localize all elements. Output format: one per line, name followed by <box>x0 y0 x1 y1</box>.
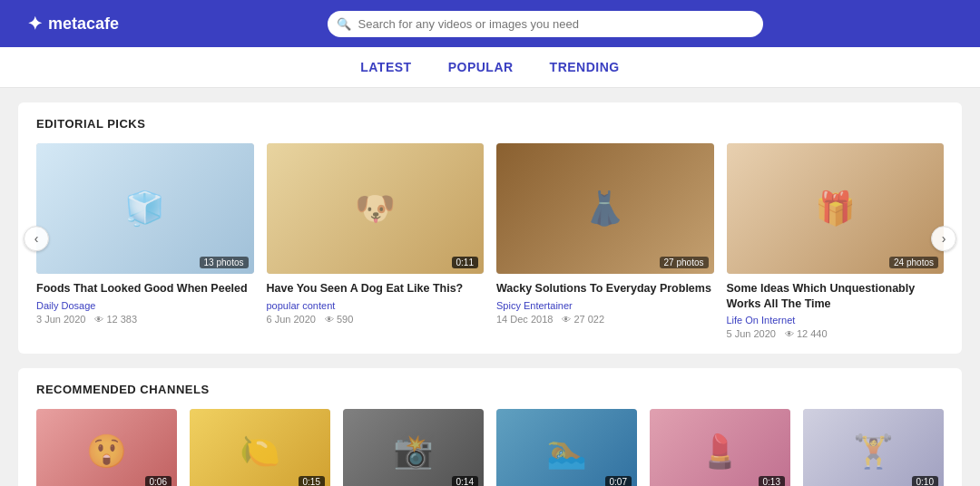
rec-emoji-2: 📸 <box>393 433 434 471</box>
eye-icon-0 <box>94 314 103 325</box>
rec-badge-0: 0:06 <box>145 476 172 486</box>
rec-badge-2: 0:14 <box>452 476 478 486</box>
eye-icon-3 <box>785 328 794 339</box>
editorial-badge-1: 0:11 <box>452 257 478 268</box>
editorial-card-channel-1[interactable]: popular content <box>267 300 485 311</box>
rec-card-1: 🍋 0:15 All You Need A Little Push conten… <box>190 409 330 486</box>
search-bar: 🔍 <box>328 11 763 37</box>
editorial-thumb-0[interactable]: 🧊 13 photos <box>36 143 254 274</box>
carousel-arrow-left[interactable]: ‹ <box>24 226 49 251</box>
carousel-arrow-right[interactable]: › <box>931 226 956 251</box>
editorial-badge-3: 24 photos <box>889 257 938 268</box>
logo[interactable]: ✦ metacafe <box>27 13 119 34</box>
editorial-card-1: 🐶 0:11 Have You Seen A Dog Eat Like This… <box>267 143 485 339</box>
rec-thumb-2[interactable]: 📸 0:14 <box>343 409 484 486</box>
editorial-badge-0: 13 photos <box>200 257 249 268</box>
editorial-card-views-3: 12 440 <box>785 328 828 339</box>
rec-badge-5: 0:10 <box>912 476 938 486</box>
nav-trending[interactable]: TRENDING <box>550 60 620 74</box>
rec-card-2: 📸 0:14 All The Selfies Are Not Gold! Dai… <box>343 409 484 486</box>
editorial-card-title-3: Some Ideas Which Unquestionably Works Al… <box>727 281 945 312</box>
editorial-card-channel-2[interactable]: Spicy Entertainer <box>496 300 714 311</box>
header: ✦ metacafe 🔍 <box>0 0 980 47</box>
editorial-carousel: ‹ 🧊 13 photos Foods That Looked Good Whe… <box>36 143 944 339</box>
editorial-card-views-0: 12 383 <box>94 314 137 325</box>
rec-thumb-4[interactable]: 💄 0:13 <box>650 409 790 486</box>
rec-emoji-1: 🍋 <box>240 433 280 471</box>
eye-icon-2 <box>562 314 571 325</box>
rec-card-4: 💄 0:13 When Pranking Your Girlfriend Goe… <box>650 409 790 486</box>
editorial-card-meta-3: 5 Jun 2020 12 440 <box>727 328 945 339</box>
recommended-cards-row: 😲 0:06 When You Try to Show Off Too Much… <box>36 409 944 486</box>
rec-emoji-4: 💄 <box>700 433 740 471</box>
editorial-cards-row: 🧊 13 photos Foods That Looked Good When … <box>36 143 944 339</box>
rec-thumb-5[interactable]: 🏋️ 0:10 <box>803 409 944 486</box>
logo-text: metacafe <box>48 15 119 34</box>
editorial-card-views-1: 590 <box>325 314 353 325</box>
editorial-badge-2: 27 photos <box>660 257 709 268</box>
editorial-picks-section: EDITORIAL PICKS ‹ 🧊 13 photos Foods That… <box>18 102 962 354</box>
thumb-emoji-0: 🧊 <box>124 190 165 228</box>
rec-emoji-5: 🏋️ <box>853 433 894 471</box>
main-nav: LATEST POPULAR TRENDING <box>0 47 980 88</box>
editorial-card-date-1: 6 Jun 2020 <box>267 314 316 325</box>
rec-card-3: 🏊 0:07 Almost Needed The Coffin Dancers … <box>496 409 637 486</box>
eye-icon-1 <box>325 314 334 325</box>
rec-badge-1: 0:15 <box>299 476 325 486</box>
editorial-card-3: 🎁 24 photos Some Ideas Which Unquestiona… <box>727 143 945 339</box>
editorial-card-meta-0: 3 Jun 2020 12 383 <box>36 314 254 325</box>
editorial-card-date-3: 5 Jun 2020 <box>727 328 776 339</box>
editorial-card-date-0: 3 Jun 2020 <box>36 314 85 325</box>
editorial-card-channel-0[interactable]: Daily Dosage <box>36 300 254 311</box>
rec-card-0: 😲 0:06 When You Try to Show Off Too Much… <box>36 409 177 486</box>
search-input[interactable] <box>328 11 763 37</box>
editorial-card-title-1: Have You Seen A Dog Eat Like This? <box>267 281 485 296</box>
editorial-card-channel-3[interactable]: Life On Internet <box>727 315 945 326</box>
logo-star-icon: ✦ <box>27 13 43 34</box>
editorial-card-title-2: Wacky Solutions To Everyday Problems <box>496 281 714 296</box>
thumb-emoji-2: 👗 <box>584 190 625 228</box>
rec-thumb-0[interactable]: 😲 0:06 <box>36 409 177 486</box>
recommended-channels-title: RECOMMENDED CHANNELS <box>36 383 944 396</box>
editorial-picks-title: EDITORIAL PICKS <box>36 117 944 131</box>
thumb-emoji-1: 🐶 <box>355 190 396 228</box>
editorial-card-views-2: 27 022 <box>562 314 604 325</box>
nav-latest[interactable]: LATEST <box>360 60 411 74</box>
editorial-card-2: 👗 27 photos Wacky Solutions To Everyday … <box>496 143 714 339</box>
main-content: EDITORIAL PICKS ‹ 🧊 13 photos Foods That… <box>0 88 980 486</box>
search-icon: 🔍 <box>337 17 351 31</box>
editorial-card-meta-2: 14 Dec 2018 27 022 <box>496 314 714 325</box>
recommended-channels-section: RECOMMENDED CHANNELS 😲 0:06 When You Try… <box>18 368 962 486</box>
rec-thumb-3[interactable]: 🏊 0:07 <box>496 409 637 486</box>
editorial-card-title-0: Foods That Looked Good When Peeled <box>36 281 254 296</box>
rec-badge-4: 0:13 <box>759 476 785 486</box>
editorial-card-0: 🧊 13 photos Foods That Looked Good When … <box>36 143 254 339</box>
thumb-emoji-3: 🎁 <box>815 190 856 228</box>
rec-emoji-0: 😲 <box>86 433 127 471</box>
rec-emoji-3: 🏊 <box>546 433 587 471</box>
nav-popular[interactable]: POPULAR <box>448 60 514 74</box>
rec-badge-3: 0:07 <box>605 476 632 486</box>
rec-card-5: 🏋️ 0:10 Sometimes The Stairs Are Unhealt… <box>803 409 944 486</box>
editorial-thumb-2[interactable]: 👗 27 photos <box>496 143 714 274</box>
rec-thumb-1[interactable]: 🍋 0:15 <box>190 409 330 486</box>
editorial-thumb-1[interactable]: 🐶 0:11 <box>267 143 485 274</box>
editorial-thumb-3[interactable]: 🎁 24 photos <box>727 143 945 274</box>
editorial-card-date-2: 14 Dec 2018 <box>496 314 553 325</box>
editorial-card-meta-1: 6 Jun 2020 590 <box>267 314 485 325</box>
